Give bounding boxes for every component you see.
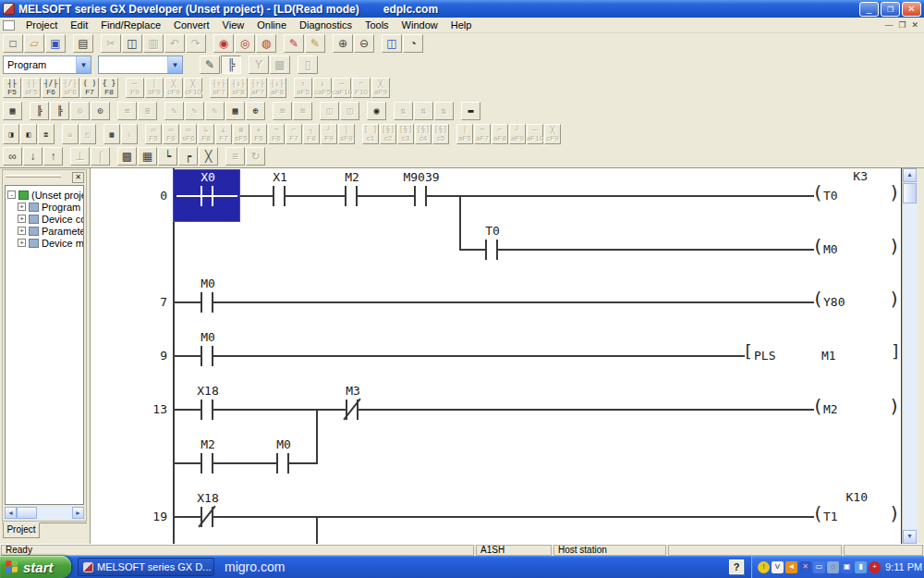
edge-af9-button[interactable]: ┘aF9 <box>509 124 526 144</box>
pulse-close-contact-button[interactable]: ↓caF5 <box>313 78 332 98</box>
close-button[interactable] <box>902 2 921 17</box>
toolbar-button[interactable] <box>67 34 72 53</box>
insert-mode-button[interactable]: ✎ <box>185 102 204 120</box>
parallel-open-contact-button[interactable]: ┤├sF5 <box>22 78 41 98</box>
toolbar-button[interactable] <box>266 102 272 120</box>
project-tree-toggle-button[interactable]: ╠ <box>221 55 241 74</box>
read-mode-button[interactable]: ✎ <box>284 34 304 53</box>
device-test-button[interactable]: ◨ <box>3 124 19 144</box>
comment-display-button[interactable]: ≣ <box>138 102 157 120</box>
menu-item[interactable]: Convert <box>167 18 216 31</box>
closed-contact-button[interactable]: ┤/├F6 <box>42 78 60 98</box>
mdi-close-button[interactable]: ✕ <box>911 19 918 31</box>
taskbar-item-gx-developer[interactable]: MELSOFT series GX D... <box>78 558 214 576</box>
wiring-sf6-button[interactable]: ▭sF6 <box>180 124 197 144</box>
register-button[interactable]: ⇩ <box>121 124 138 144</box>
screen-display-button[interactable]: ▬ <box>461 102 480 120</box>
toolbar-button[interactable] <box>387 102 393 120</box>
tray-security-icon[interactable]: + <box>869 561 881 573</box>
wiring-sf9-button[interactable]: │sF9 <box>338 124 355 144</box>
program-list-button[interactable]: ≣ <box>38 124 55 144</box>
coil-button[interactable]: ( )F7 <box>80 78 99 98</box>
block-combo[interactable]: ▼ <box>98 55 183 74</box>
tray-antivirus-icon[interactable]: V <box>772 561 784 573</box>
ladder-contact[interactable] <box>201 400 213 420</box>
alias-display-button[interactable]: ≡ <box>117 102 137 120</box>
tree-collapse-toggle[interactable]: - <box>7 191 16 199</box>
rising-pulse-button[interactable]: ┤↑├sF7 <box>210 78 228 98</box>
parallel-closed-contact-button[interactable]: ┤/├sF6 <box>61 78 79 98</box>
toolbar-button[interactable] <box>207 34 213 53</box>
label-button[interactable]: ▯ <box>298 55 318 74</box>
vertical-scrollbar[interactable] <box>902 168 917 544</box>
edge-af7-button[interactable]: ¬aF7 <box>474 124 491 144</box>
sort-s1s2-button[interactable]: ⇊ <box>62 124 79 144</box>
statement-button[interactable]: ╠ <box>30 102 49 120</box>
ladder-contact[interactable] <box>201 453 213 473</box>
instruction-operand[interactable]: M1 <box>821 349 836 363</box>
cross-reference-button[interactable]: ⊥ <box>70 147 90 166</box>
device-comment-button[interactable]: ▦ <box>3 102 22 120</box>
wiring-f6-button[interactable]: ▭F6 <box>163 124 179 144</box>
coil-label[interactable]: Y80 <box>823 295 845 309</box>
redo-button[interactable]: ↷ <box>186 34 206 53</box>
tray-connection-icon[interactable]: ◌ <box>827 561 839 573</box>
scroll-up-icon[interactable] <box>903 168 917 182</box>
horizontal-line-button[interactable]: ─F9 <box>126 78 144 98</box>
find-device-button[interactable]: ∞ <box>3 147 22 166</box>
statement-edit-button[interactable]: ╠ <box>50 102 69 120</box>
tree-horizontal-scrollbar[interactable] <box>5 507 84 519</box>
comment-edit-button[interactable]: ✎ <box>200 55 220 74</box>
coil-c3-button[interactable]: [§]c3 <box>397 124 414 144</box>
ladder-closed-contact[interactable] <box>346 400 359 420</box>
find-step-button[interactable]: ⊕ <box>246 102 265 120</box>
toolbar-button[interactable] <box>455 102 460 120</box>
list-display-button[interactable]: ▦ <box>138 147 157 166</box>
toolbar-button[interactable] <box>291 55 297 74</box>
ladder-symbol-button[interactable] <box>203 78 209 98</box>
sort-order-button[interactable]: ⇅ <box>434 102 454 120</box>
tray-display-icon[interactable]: ▣ <box>841 561 853 573</box>
toolbar-button[interactable] <box>313 102 319 120</box>
transfer-setup-button[interactable]: ◧ <box>20 124 37 144</box>
coil-label[interactable]: M0 <box>823 242 838 256</box>
edit-button[interactable]: ✎ <box>164 102 184 120</box>
tray-alert-icon[interactable]: ! <box>758 561 770 573</box>
wiring-f5-button[interactable]: ▭F5 <box>145 124 162 144</box>
toolbar-button[interactable] <box>375 34 381 53</box>
find-next-button[interactable]: ↓ <box>23 147 43 166</box>
toolbar-button[interactable] <box>55 124 61 144</box>
paste-window-button[interactable]: ◫ <box>340 102 359 120</box>
toolbar-button[interactable] <box>111 102 116 120</box>
menu-item[interactable]: View <box>216 18 251 31</box>
toolbar-button[interactable] <box>326 34 332 53</box>
sort-ascending-button[interactable]: ⇅ <box>394 102 413 120</box>
tray-network-icon[interactable]: ▭ <box>813 561 825 573</box>
tree-item[interactable]: + Program <box>6 201 83 213</box>
open-project-button[interactable]: ▱ <box>24 34 44 53</box>
ladder-contact[interactable] <box>273 186 286 206</box>
wiring-f6b-button[interactable]: ¬F6 <box>268 124 285 144</box>
wiring-f5b-button[interactable]: +F5 <box>250 124 267 144</box>
menu-item[interactable]: Online <box>250 18 293 31</box>
tab-project[interactable]: Project <box>3 523 40 538</box>
monitor-stop-button[interactable]: ◍ <box>256 34 276 53</box>
wiring-f8b-button[interactable]: ┐F8 <box>303 124 320 144</box>
find-previous-button[interactable]: ↑ <box>43 147 63 166</box>
wiring-f7b-button[interactable]: ⌐F7 <box>286 124 302 144</box>
mdi-minimize-button[interactable]: — <box>884 19 893 31</box>
scroll-right-icon[interactable] <box>72 507 84 519</box>
mdi-restore-button[interactable]: ❐ <box>898 19 906 31</box>
panel-grip[interactable] <box>6 175 61 178</box>
menu-item[interactable]: Find/Replace <box>94 18 167 31</box>
coil-label[interactable]: T1 <box>823 510 838 523</box>
refresh-button[interactable]: ↻ <box>246 147 265 166</box>
monitor-write-mode-button[interactable]: ◎ <box>235 34 255 53</box>
mdi-child-icon[interactable] <box>3 20 15 31</box>
zoom-out-button[interactable]: ⊖ <box>354 34 374 53</box>
menu-item[interactable]: Project <box>19 18 64 31</box>
device-monitor-button[interactable]: ◔ <box>403 34 423 53</box>
toolbar-button[interactable] <box>219 147 225 166</box>
trace-stop-button[interactable]: ≋ <box>293 102 312 120</box>
vertical-line-button[interactable]: │sF9 <box>145 78 164 98</box>
